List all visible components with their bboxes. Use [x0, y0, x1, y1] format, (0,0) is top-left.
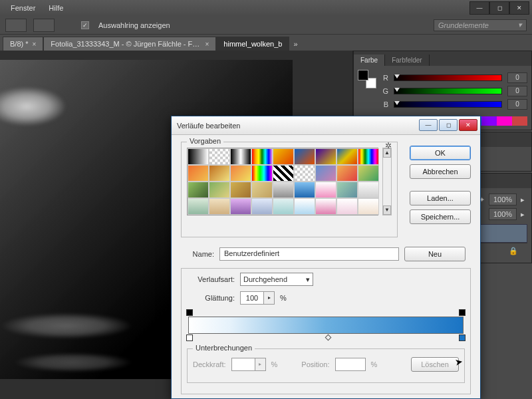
- doc-tab-1[interactable]: B/8) *×: [3, 37, 43, 51]
- dialog-titlebar[interactable]: Verläufe bearbeiten — ◻ ✕: [172, 116, 480, 135]
- lock-icon[interactable]: 🔒: [509, 247, 518, 255]
- preset-swatch[interactable]: [251, 182, 273, 198]
- preset-swatch[interactable]: [188, 148, 209, 165]
- gear-icon[interactable]: ✲: [385, 141, 392, 150]
- fill-value[interactable]: 100%: [489, 208, 517, 220]
- preset-grid: [187, 148, 378, 215]
- opacity-value[interactable]: 100%: [489, 194, 517, 205]
- dialog-minimize[interactable]: —: [419, 119, 438, 131]
- preset-swatch[interactable]: [188, 165, 209, 182]
- dialog-maximize[interactable]: ◻: [439, 119, 458, 131]
- tabs-overflow[interactable]: »: [289, 37, 301, 51]
- preset-scrollbar[interactable]: ▲▼: [382, 148, 392, 215]
- preset-swatch[interactable]: [209, 165, 230, 182]
- chevron-down-icon: ▾: [306, 275, 310, 284]
- preset-swatch[interactable]: [273, 182, 294, 198]
- value-b[interactable]: 0: [507, 99, 527, 110]
- preset-swatch[interactable]: [315, 148, 336, 165]
- color-stop-right[interactable]: [459, 334, 466, 341]
- document-tabstrip: B/8) *× Fotolia_31333343_M - © Jürgen Fä…: [0, 35, 532, 51]
- opacity-stop-right[interactable]: [459, 309, 466, 316]
- ok-button[interactable]: OK: [410, 146, 471, 160]
- smooth-input[interactable]: 100▸: [240, 291, 275, 305]
- preset-swatch[interactable]: [209, 182, 230, 198]
- gradient-preview-slot[interactable]: [33, 19, 55, 32]
- preset-swatch[interactable]: [358, 148, 379, 165]
- value-g[interactable]: 0: [507, 86, 527, 96]
- tab-farbfelder[interactable]: Farbfelder: [385, 55, 430, 66]
- cancel-button[interactable]: Abbrechen: [410, 164, 471, 179]
- preset-swatch[interactable]: [230, 165, 251, 182]
- name-input[interactable]: Benutzerdefiniert: [219, 247, 399, 261]
- stop-opacity-input: ▸: [231, 358, 266, 371]
- preset-swatch[interactable]: [294, 165, 315, 182]
- midpoint-marker[interactable]: [325, 334, 332, 341]
- stops-label: Unterbrechungen: [193, 344, 255, 352]
- preset-swatch[interactable]: [273, 148, 294, 165]
- preset-swatch[interactable]: [188, 198, 209, 215]
- preset-swatch[interactable]: [251, 198, 273, 215]
- workspace-combo[interactable]: Grundelemente▾: [434, 19, 527, 31]
- preset-swatch[interactable]: [336, 148, 358, 165]
- preset-swatch[interactable]: [358, 165, 379, 182]
- color-stop-left[interactable]: [186, 334, 193, 341]
- preset-swatch[interactable]: [358, 182, 379, 198]
- checkbox-auswahlring[interactable]: ✓: [81, 21, 89, 29]
- preset-swatch[interactable]: [251, 148, 273, 165]
- preset-swatch[interactable]: [358, 198, 379, 215]
- checkbox-label: Auswahlring anzeigen: [98, 21, 170, 29]
- smooth-label: Glättung:: [187, 294, 235, 302]
- minimize-button[interactable]: —: [469, 1, 489, 15]
- app-menubar: Fenster Hilfe — ◻ ✕: [0, 0, 532, 16]
- preset-swatch[interactable]: [273, 165, 294, 182]
- value-r[interactable]: 0: [507, 72, 527, 83]
- gradient-editor-dialog: Verläufe bearbeiten — ◻ ✕ Vorgaben ✲ ▲▼ …: [171, 116, 481, 399]
- opacity-stop-left[interactable]: [186, 309, 193, 316]
- tool-preset-slot[interactable]: [5, 19, 27, 32]
- preset-swatch[interactable]: [294, 148, 315, 165]
- preset-swatch[interactable]: [336, 198, 358, 215]
- doc-tab-2[interactable]: Fotolia_31333343_M - © Jürgen Fälchle - …: [43, 37, 216, 51]
- doc-tab-3[interactable]: himmel_wolken_b: [216, 37, 289, 51]
- preset-swatch[interactable]: [294, 182, 315, 198]
- preset-swatch[interactable]: [230, 198, 251, 215]
- dialog-close[interactable]: ✕: [459, 119, 477, 131]
- preset-swatch[interactable]: [273, 198, 294, 215]
- options-bar: ✓ Auswahlring anzeigen Grundelemente▾: [0, 16, 532, 35]
- gradtype-select[interactable]: Durchgehend▾: [240, 273, 313, 286]
- maximize-button[interactable]: ◻: [489, 1, 509, 15]
- save-button[interactable]: Speichern...: [410, 209, 471, 224]
- presets-label: Vorgaben: [187, 137, 223, 145]
- name-label: Name:: [181, 250, 214, 258]
- window-controls: — ◻ ✕: [469, 1, 529, 15]
- preset-swatch[interactable]: [209, 198, 230, 215]
- chevron-down-icon: ▾: [518, 21, 522, 29]
- preset-swatch[interactable]: [336, 165, 358, 182]
- slider-g[interactable]: [394, 88, 502, 94]
- preset-swatch[interactable]: [315, 182, 336, 198]
- preset-swatch[interactable]: [188, 182, 209, 198]
- preset-swatch[interactable]: [336, 182, 358, 198]
- preset-swatch[interactable]: [251, 165, 273, 182]
- preset-swatch[interactable]: [230, 148, 251, 165]
- preset-swatch[interactable]: [209, 148, 230, 165]
- preset-swatch[interactable]: [315, 165, 336, 182]
- fg-bg-swatch[interactable]: [358, 70, 376, 88]
- slider-r[interactable]: [394, 74, 502, 81]
- close-icon[interactable]: ×: [33, 41, 37, 48]
- stop-position-input: [335, 358, 366, 371]
- load-button[interactable]: Laden...: [410, 191, 471, 205]
- delete-stop-button: Löschen: [411, 357, 459, 372]
- tab-farbe[interactable]: Farbe: [354, 55, 385, 66]
- preset-swatch[interactable]: [294, 198, 315, 215]
- preset-swatch[interactable]: [230, 182, 251, 198]
- new-button[interactable]: Neu: [404, 247, 466, 261]
- menu-hilfe[interactable]: Hilfe: [42, 2, 70, 14]
- menu-fenster[interactable]: Fenster: [4, 2, 42, 14]
- gradtype-label: Verlaufsart:: [187, 275, 235, 283]
- gradient-bar[interactable]: [188, 317, 464, 334]
- slider-b[interactable]: [394, 101, 502, 108]
- preset-swatch[interactable]: [315, 198, 336, 215]
- close-icon[interactable]: ×: [205, 41, 209, 48]
- close-button[interactable]: ✕: [509, 1, 529, 15]
